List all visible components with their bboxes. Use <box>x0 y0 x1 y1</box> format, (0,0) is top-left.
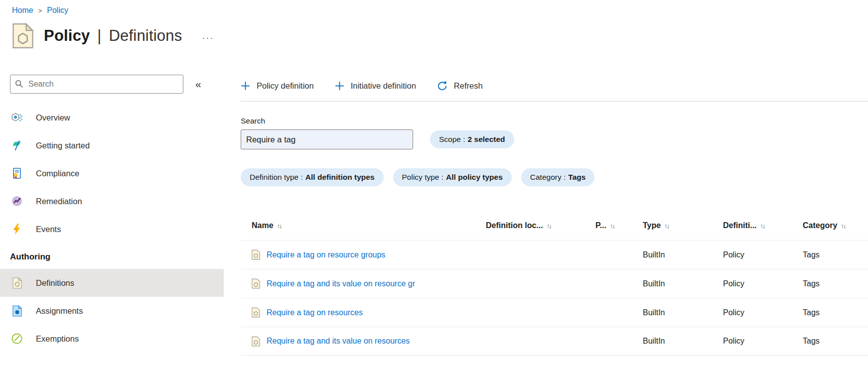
column-header-name[interactable]: Name ↑↓ <box>241 221 478 230</box>
name-cell: Require a tag and its value on resources <box>241 336 478 347</box>
toolbar-button-label: Policy definition <box>257 81 314 91</box>
sidebar-menu: Overview Getting started <box>0 104 224 353</box>
sidebar-item-label: Assignments <box>36 306 83 316</box>
sidebar-item-overview[interactable]: Overview <box>0 104 224 131</box>
pill-name: Policy type <box>402 173 444 182</box>
plus-icon <box>241 81 250 91</box>
column-label: P... <box>595 221 606 230</box>
definition-link[interactable]: Require a tag and its value on resources <box>267 337 410 346</box>
type-cell: BuiltIn <box>635 279 716 288</box>
definition-type-filter-pill[interactable]: Definition type All definition types <box>241 168 384 186</box>
sort-icon: ↑↓ <box>760 222 765 230</box>
breadcrumb-policy-link[interactable]: Policy <box>47 6 68 15</box>
policy-type-filter-pill[interactable]: Policy type All policy types <box>393 168 512 186</box>
pill-name: Scope <box>439 135 465 144</box>
category-filter-pill[interactable]: Category Tags <box>521 168 595 186</box>
filter-search-label: Search <box>241 117 868 125</box>
sidebar-item-events[interactable]: Events <box>0 215 224 243</box>
policy-definition-icon <box>252 249 260 260</box>
column-header-type[interactable]: Type ↑↓ <box>635 221 716 230</box>
name-cell: Require a tag on resource groups <box>241 249 478 260</box>
pill-value: 2 selected <box>468 135 505 144</box>
sidebar-item-label: Compliance <box>36 169 79 178</box>
pill-name: Category <box>530 173 566 182</box>
refresh-button[interactable]: Refresh <box>437 81 483 91</box>
table-header-row: Name ↑↓ Definition loc... ↑↓ P... ↑↓ Typ… <box>241 211 868 240</box>
table-row[interactable]: Require a tag on resource groups BuiltIn… <box>241 240 868 269</box>
sidebar-item-label: Exemptions <box>36 334 79 344</box>
definition-link[interactable]: Require a tag and its value on resource … <box>267 279 415 288</box>
pill-value: All definition types <box>305 173 375 182</box>
pill-value: All policy types <box>446 173 503 182</box>
column-header-definition-type[interactable]: Definiti... ↑↓ <box>716 221 795 230</box>
sidebar-item-remediation[interactable]: Remediation <box>0 187 224 215</box>
main-layout: « Overview <box>0 53 868 356</box>
sidebar-section-authoring: Authoring <box>0 243 224 269</box>
page-title: Policy | Definitions <box>44 27 182 45</box>
pill-name: Definition type <box>250 173 303 182</box>
command-bar: Policy definition Initiative definition … <box>241 75 868 97</box>
toolbar-button-label: Refresh <box>454 81 483 91</box>
sidebar: « Overview <box>0 53 224 356</box>
sidebar-item-compliance[interactable]: Compliance <box>0 159 224 187</box>
column-label: Category <box>803 221 837 230</box>
policy-definition-icon <box>252 336 260 347</box>
sidebar-collapse-button[interactable]: « <box>195 78 201 90</box>
column-header-category[interactable]: Category ↑↓ <box>795 221 868 230</box>
category-cell: Tags <box>795 337 868 346</box>
content-pane: Policy definition Initiative definition … <box>224 53 868 356</box>
page-header: Policy | Definitions ··· <box>0 15 868 49</box>
exemptions-icon <box>11 333 23 345</box>
initiative-definition-button[interactable]: Initiative definition <box>335 81 416 91</box>
sidebar-item-label: Events <box>36 225 61 234</box>
assignments-icon <box>11 305 23 317</box>
breadcrumb: Home > Policy <box>0 0 868 15</box>
sidebar-item-definitions[interactable]: Definitions <box>0 269 224 297</box>
policy-document-icon <box>12 23 34 49</box>
definition-link[interactable]: Require a tag on resources <box>267 308 363 317</box>
search-icon <box>15 80 23 88</box>
toolbar-divider <box>241 101 868 102</box>
table-row[interactable]: Require a tag and its value on resource … <box>241 269 868 298</box>
type-cell: BuiltIn <box>635 308 716 317</box>
getting-started-icon <box>11 139 23 151</box>
more-options-button[interactable]: ··· <box>202 29 214 43</box>
definition-link[interactable]: Require a tag on resource groups <box>267 250 385 259</box>
column-label: Name <box>252 221 274 230</box>
sidebar-item-label: Overview <box>36 113 70 123</box>
scope-filter-pill[interactable]: Scope 2 selected <box>430 130 514 148</box>
sidebar-item-label: Getting started <box>36 141 90 150</box>
filter-area: Search Scope 2 selected Definition type … <box>241 117 868 186</box>
breadcrumb-separator: > <box>38 6 42 14</box>
definition-search-input[interactable] <box>241 129 413 149</box>
sort-icon: ↑↓ <box>841 222 845 230</box>
sidebar-item-label: Remediation <box>36 197 82 206</box>
events-icon <box>11 223 23 235</box>
sidebar-item-exemptions[interactable]: Exemptions <box>0 325 224 353</box>
category-cell: Tags <box>795 250 868 259</box>
type-cell: BuiltIn <box>635 250 716 259</box>
breadcrumb-home-link[interactable]: Home <box>12 6 33 15</box>
policy-definition-icon <box>252 278 260 289</box>
policy-definition-button[interactable]: Policy definition <box>241 81 314 91</box>
sidebar-item-getting-started[interactable]: Getting started <box>0 131 224 159</box>
definitions-table: Name ↑↓ Definition loc... ↑↓ P... ↑↓ Typ… <box>241 211 868 356</box>
sidebar-search-input[interactable] <box>10 75 183 94</box>
definition-type-cell: Policy <box>716 308 795 317</box>
column-label: Definition loc... <box>486 221 543 230</box>
policy-definition-icon <box>252 307 260 318</box>
sidebar-search-row: « <box>10 75 224 94</box>
column-label: Definiti... <box>723 221 757 230</box>
sidebar-search-wrap <box>10 75 183 94</box>
table-row[interactable]: Require a tag and its value on resources… <box>241 327 868 356</box>
definitions-icon <box>11 277 23 289</box>
column-header-policies[interactable]: P... ↑↓ <box>588 221 635 230</box>
sidebar-item-assignments[interactable]: Assignments <box>0 297 224 325</box>
name-cell: Require a tag and its value on resource … <box>241 278 478 289</box>
column-label: Type <box>643 221 661 230</box>
table-row[interactable]: Require a tag on resources BuiltIn Polic… <box>241 298 868 327</box>
column-header-definition-location[interactable]: Definition loc... ↑↓ <box>478 221 588 230</box>
definition-type-cell: Policy <box>716 337 795 346</box>
sort-icon: ↑↓ <box>610 222 614 230</box>
page-title-separator: | <box>94 27 104 44</box>
